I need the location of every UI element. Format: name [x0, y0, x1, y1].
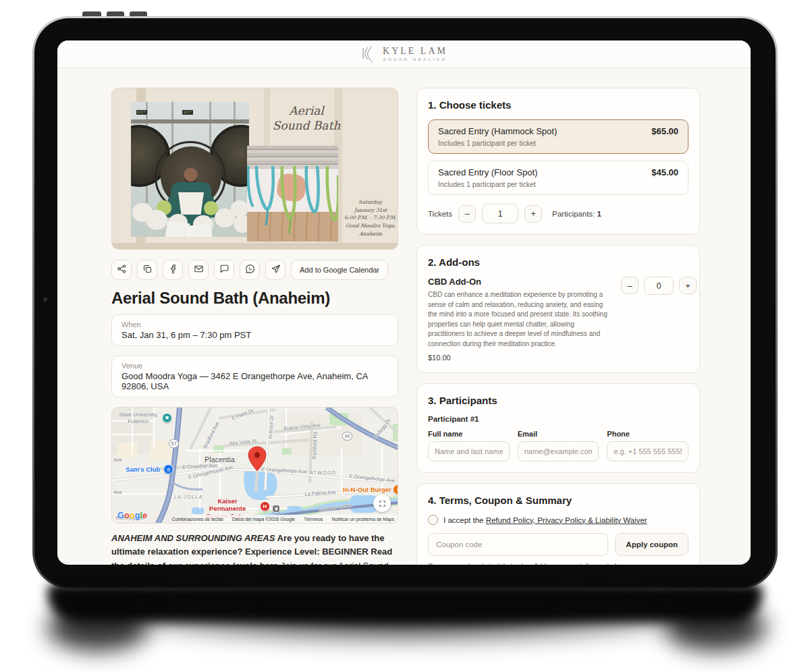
site-header: KYLE LAM SOUND HEALING [57, 40, 751, 68]
phone-label: Phone [607, 430, 688, 438]
poster-date-block: Saturday, January 31st 6:00 P.M. - 7:30 … [342, 198, 398, 237]
map-report-problem-link[interactable]: Notificar un problema de Maps [331, 517, 394, 522]
ticket-price: $45.00 [651, 167, 678, 177]
email-input[interactable] [518, 441, 599, 461]
device-reflection-left [47, 604, 148, 651]
event-title: Aerial Sound Bath (Anaheim) [111, 289, 398, 308]
telegram-share-button[interactable] [265, 260, 286, 280]
share-toolbar: Add to Google Calendar [111, 260, 398, 280]
tickets-quantity-input[interactable] [482, 204, 518, 223]
exit-sign: EXIT [182, 110, 193, 115]
ticket-option-hammock[interactable]: Sacred Entry (Hammock Spot) Includes 1 p… [428, 119, 688, 154]
ticket-note: Includes 1 participant per ticket [438, 180, 537, 188]
email-icon [193, 263, 205, 277]
telegram-icon [270, 263, 281, 277]
tickets-label: Tickets [428, 210, 452, 218]
full-name-input[interactable] [428, 441, 510, 461]
ticket-note: Includes 1 participant per ticket [438, 139, 557, 147]
street-richfield: Richfield Rd [311, 432, 318, 459]
transit-poi-icon[interactable] [272, 505, 280, 513]
sms-icon [219, 263, 230, 277]
ticket-name: Sacred Entry (Hammock Spot) [438, 126, 557, 136]
map-fullscreen-button[interactable] [373, 495, 391, 512]
sams-club-poi-icon[interactable] [163, 464, 173, 474]
highway-90-badge: 90 [342, 432, 352, 441]
venue-value: Good Moodra Yoga — 3462 E Orangethorpe A… [122, 371, 388, 391]
facebook-icon [167, 263, 179, 277]
tickets-plus-button[interactable]: + [524, 205, 542, 223]
accept-terms-radio[interactable] [428, 515, 438, 525]
addon-minus-button[interactable]: – [621, 277, 639, 294]
copy-link-icon [142, 263, 153, 277]
tablet-screen: KYLE LAM SOUND HEALING AerialSound Bath [57, 40, 751, 565]
poster-photo-sound-bowl: EXIT EXIT [131, 102, 249, 237]
highway-57-badge: 57 [169, 439, 179, 448]
addon-plus-button[interactable]: + [679, 277, 697, 294]
street-rose: N Rose Dr [267, 415, 275, 439]
sms-share-button[interactable] [214, 260, 234, 280]
addon-quantity-input[interactable] [644, 277, 674, 295]
participants-count-value: 1 [597, 210, 601, 218]
map-terms-link[interactable]: Términos [304, 517, 323, 522]
participants-title: 3. Participants [428, 395, 688, 406]
apply-coupon-button[interactable]: Apply coupon [615, 533, 688, 556]
map-area-atwood: ATWOOD [310, 470, 336, 475]
terms-title: 4. Terms, Coupon & Summary [428, 495, 688, 506]
share-icon [116, 263, 128, 277]
map-attribution-bar: Combinaciones de teclas Datos del mapa ©… [192, 515, 398, 523]
exit-sign: EXIT [136, 110, 147, 115]
device-reflection-right [665, 604, 766, 651]
copy-link-button[interactable] [137, 260, 157, 280]
accept-terms-text: I accept the [443, 516, 486, 524]
front-camera [43, 298, 48, 302]
when-card: When Sat, Jan 31, 6 pm – 7:30 pm PST [111, 314, 398, 346]
share-button[interactable] [111, 260, 132, 280]
street-ave-2: Ave [113, 489, 122, 495]
full-name-label: Full name [428, 430, 510, 438]
addon-name: CBD Add-On [428, 277, 612, 287]
addons-title: 2. Add-ons [428, 256, 688, 268]
innout-poi-icon[interactable] [393, 484, 398, 495]
coupon-note: Coupons apply only to ticket value. Add-… [428, 563, 688, 565]
participant-number-label: Participant #1 [428, 415, 688, 423]
google-logo[interactable]: Google [117, 511, 147, 520]
venue-map[interactable]: State University, Fullerton 57 90 Bradfo… [111, 407, 398, 524]
participants-count-label: Participants: [552, 210, 595, 218]
ticket-name: Sacred Entry (Floor Spot) [438, 167, 537, 177]
coupon-code-input[interactable] [428, 533, 608, 556]
phone-input[interactable] [607, 441, 688, 461]
choose-tickets-card: 1. Choose tickets Sacred Entry (Hammock … [416, 88, 700, 235]
ticket-option-floor[interactable]: Sacred Entry (Floor Spot) Includes 1 par… [428, 161, 688, 195]
hospital-poi-icon[interactable]: H [260, 501, 270, 511]
addon-price: $10.00 [428, 354, 612, 362]
whatsapp-share-button[interactable] [240, 260, 260, 280]
venue-card: Venue Good Moodra Yoga — 3462 E Orangeth… [111, 356, 398, 397]
poi-sams-club[interactable]: Sam's Club [126, 466, 160, 473]
terms-summary-card: 4. Terms, Coupon & Summary I accept the … [416, 483, 700, 565]
whatsapp-icon [244, 263, 256, 277]
poi-innout[interactable]: In-N-Out Burger [343, 486, 392, 493]
device-reflection-fade [59, 592, 751, 650]
street-ave-1: Ave [113, 457, 122, 463]
add-to-google-calendar-button[interactable]: Add to Google Calendar [291, 260, 388, 280]
university-poi-icon[interactable] [162, 413, 172, 423]
tablet-device: KYLE LAM SOUND HEALING AerialSound Bath [32, 16, 778, 588]
map-data-copyright: Datos del mapa ©2026 Google [232, 517, 295, 522]
crystal-bowl [178, 192, 204, 215]
policies-link[interactable]: Refund Policy, Privacy Policy & Liabilit… [486, 516, 647, 524]
poster-photo-aerial-studio [247, 146, 338, 242]
brand-tagline: SOUND HEALING [383, 57, 447, 61]
tickets-minus-button[interactable]: – [458, 205, 476, 223]
choose-tickets-title: 1. Choose tickets [428, 99, 688, 111]
addons-card: 2. Add-ons CBD Add-On CBD can enhance a … [416, 245, 700, 373]
brand-logo-icon [360, 45, 377, 63]
when-value: Sat, Jan 31, 6 pm – 7:30 pm PST [122, 330, 388, 340]
tablet-bezel: KYLE LAM SOUND HEALING AerialSound Bath [34, 18, 776, 586]
email-label: Email [518, 430, 599, 438]
facebook-share-button[interactable] [163, 260, 183, 280]
map-area-university[interactable]: State University, Fullerton [117, 412, 159, 425]
when-label: When [122, 320, 388, 329]
email-share-button[interactable] [188, 260, 209, 280]
map-keyboard-shortcuts-link[interactable]: Combinaciones de teclas [172, 517, 223, 522]
venue-label: Venue [122, 362, 388, 370]
